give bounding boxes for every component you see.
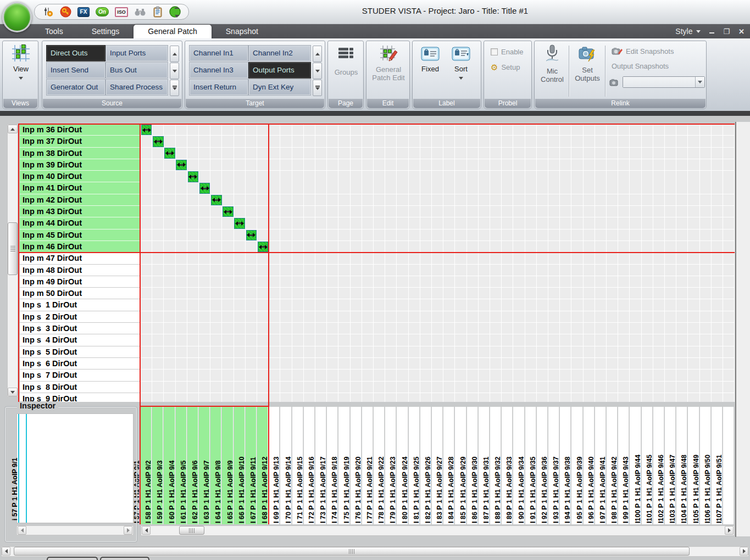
matrix-row-label[interactable]: Inp m 47 DirOut	[20, 253, 140, 264]
matrix-row-label[interactable]: Inp m 42 DirOut	[20, 194, 140, 206]
matrix-row-label[interactable]: Inp m 38 DirOut	[20, 148, 140, 159]
matrix-column-header[interactable]: I107 P 1 H1 AoIP 9/51	[723, 407, 734, 524]
style-menu[interactable]: Style	[675, 27, 701, 36]
key-icon[interactable]	[60, 6, 71, 18]
general-patch-edit-button[interactable]: General Patch Edit	[369, 44, 408, 82]
tab-general-patch[interactable]: General Patch	[134, 25, 212, 38]
inspector-item[interactable]: i 57 P 1 H1 AoIP 9/1	[18, 414, 27, 523]
matrix-row-label[interactable]: Inp m 40 DirOut	[20, 171, 140, 182]
source-scroll-up-button[interactable]	[170, 46, 179, 62]
matrix-row-label[interactable]: Inp m 36 DirOut	[20, 124, 140, 136]
fixed-button[interactable]: Fixed	[417, 46, 443, 73]
matrix-row-label[interactable]: Inp m 43 DirOut	[20, 206, 140, 217]
patch-point[interactable]	[211, 195, 222, 206]
patch-point[interactable]	[141, 125, 152, 136]
source-button-generator-out[interactable]: Generator Out	[47, 80, 105, 95]
patch-point[interactable]	[234, 218, 245, 229]
patch-matrix-grid[interactable]	[141, 124, 735, 402]
matrix-row-label[interactable]: Inp s 1 DirOut	[20, 299, 140, 311]
target-button-dyn-ext-key[interactable]: Dyn Ext Key	[249, 80, 310, 95]
minimize-button[interactable]	[709, 28, 714, 35]
patch-point[interactable]	[199, 183, 210, 194]
target-button-channel-in2[interactable]: Channel In2	[249, 46, 310, 61]
matrix-row-label[interactable]: Inp s 2 DirOut	[20, 311, 140, 323]
patch-point[interactable]	[258, 242, 269, 253]
patch-point[interactable]	[246, 230, 257, 241]
close-button[interactable]: ✕	[738, 28, 745, 35]
fx-icon[interactable]: FX	[77, 7, 90, 17]
source-button-direct-outs[interactable]: Direct Outs	[47, 46, 105, 61]
target-button-channel-in1[interactable]: Channel In1	[190, 46, 248, 61]
matrix-row-label[interactable]: Inp s 3 DirOut	[20, 323, 140, 334]
matrix-row-label[interactable]: Inp s 7 DirOut	[20, 369, 140, 381]
tab-tools[interactable]: Tools	[31, 24, 77, 38]
restore-button[interactable]: ❐	[723, 28, 730, 35]
sort-button[interactable]: Sort	[448, 46, 474, 81]
matrix-row-label[interactable]: Inp m 50 DirOut	[20, 288, 140, 299]
scroll-right-button[interactable]	[124, 526, 132, 535]
patch-point[interactable]	[176, 160, 187, 171]
output-snapshots-combobox[interactable]	[623, 76, 705, 88]
on-icon[interactable]: On	[96, 7, 109, 16]
matrix-row-label[interactable]: Inp m 48 DirOut	[20, 265, 140, 276]
inspector-horizontal-scrollbar[interactable]	[16, 525, 134, 535]
scroll-right-button[interactable]	[725, 526, 734, 535]
vertical-scroll-thumb[interactable]	[8, 222, 18, 275]
target-button-output-ports[interactable]: Output Ports	[249, 63, 310, 78]
patch-point[interactable]	[164, 148, 175, 159]
matrix-row-label[interactable]: Inp m 46 DirOut	[20, 241, 140, 253]
source-button-bus-out[interactable]: Bus Out	[106, 63, 168, 78]
matrix-vertical-scrollbar[interactable]	[7, 124, 18, 397]
ribbon-group-page: Groups Page	[327, 41, 364, 109]
edit-snapshots-button[interactable]: Edit Snapshots	[612, 47, 674, 55]
matrix-row-label[interactable]: Inp m 39 DirOut	[20, 159, 140, 171]
matrix-row-label[interactable]: Inp m 49 DirOut	[20, 276, 140, 288]
source-button-insert-send[interactable]: Insert Send	[47, 63, 105, 78]
target-scroll-down-button[interactable]	[313, 63, 322, 79]
scroll-down-button[interactable]	[8, 388, 18, 396]
view-button[interactable]: View	[5, 44, 36, 81]
matrix-row-label[interactable]: Inp s 5 DirOut	[20, 346, 140, 358]
combobox-dropdown-button[interactable]	[695, 77, 704, 87]
target-button-channel-in3[interactable]: Channel In3	[190, 63, 248, 78]
probel-enable-checkbox[interactable]: Enable	[491, 48, 523, 56]
tab-snapshot[interactable]: Snapshot	[212, 24, 273, 38]
tab-settings[interactable]: Settings	[77, 24, 134, 38]
probel-setup-button[interactable]: ⚙ Setup	[491, 63, 520, 71]
target-scroll-page-button[interactable]	[313, 80, 322, 96]
source-scroll-page-button[interactable]	[170, 80, 179, 96]
mixer-settings-icon[interactable]	[42, 6, 54, 18]
matrix-row-label[interactable]: Inp m 37 DirOut	[20, 136, 140, 147]
scroll-right-button[interactable]	[740, 547, 748, 556]
source-button-shared-process[interactable]: Shared Process	[106, 80, 168, 95]
target-scroll-up-button[interactable]	[313, 46, 322, 62]
mic-control-button[interactable]: Mic Control	[538, 44, 566, 83]
scroll-left-button[interactable]	[142, 526, 151, 535]
horizontal-scroll-thumb[interactable]	[179, 526, 204, 535]
matrix-row-label[interactable]: Inp s 6 DirOut	[20, 358, 140, 369]
window-scroll-thumb[interactable]	[14, 547, 690, 556]
scroll-left-button[interactable]	[18, 526, 26, 535]
matrix-row-label[interactable]: Inp m 44 DirOut	[20, 217, 140, 229]
bottom-partial-tab[interactable]	[100, 557, 149, 560]
matrix-row-label[interactable]: Inp m 45 DirOut	[20, 229, 140, 241]
iso-icon[interactable]: ISO	[115, 7, 128, 17]
patch-point[interactable]	[188, 171, 199, 182]
source-button-input-ports[interactable]: Input Ports	[106, 46, 168, 61]
matrix-row-label[interactable]: Inp s 9 DirOut	[20, 393, 140, 402]
set-outputs-button[interactable]: Set Outputs	[572, 44, 603, 82]
scroll-up-button[interactable]	[8, 125, 18, 133]
matrix-row-label[interactable]: Inp m 41 DirOut	[20, 182, 140, 194]
matrix-row-label[interactable]: Inp s 4 DirOut	[20, 334, 140, 346]
source-scroll-down-button[interactable]	[170, 63, 179, 79]
target-button-insert-return[interactable]: Insert Return	[190, 80, 248, 95]
scroll-left-button[interactable]	[2, 547, 10, 556]
patch-point[interactable]	[223, 206, 234, 217]
matrix-horizontal-scrollbar[interactable]	[141, 525, 735, 536]
window-horizontal-scrollbar[interactable]	[1, 546, 749, 557]
groups-button[interactable]: Groups	[331, 47, 362, 76]
matrix-row-label[interactable]: Inp s 8 DirOut	[20, 382, 140, 393]
app-menu-orb[interactable]	[2, 2, 32, 32]
patch-point[interactable]	[153, 136, 164, 147]
bottom-partial-tab[interactable]	[47, 557, 98, 560]
